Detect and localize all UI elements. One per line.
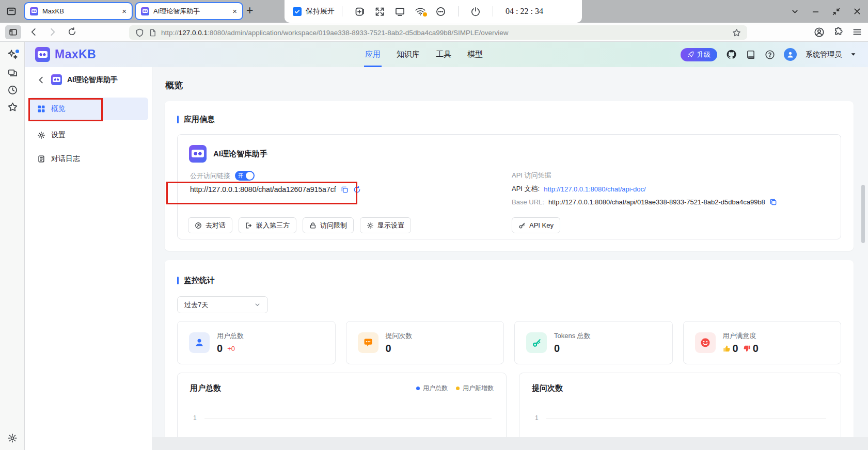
- base-url-label: Base URL:: [512, 198, 544, 206]
- restore-button[interactable]: [832, 8, 840, 15]
- chart-title: 用户总数: [190, 383, 221, 393]
- api-key-button[interactable]: API Key: [512, 217, 560, 233]
- sidebar-item-chat-logs[interactable]: 对话日志: [29, 148, 148, 170]
- checkbox-checked-icon[interactable]: [293, 7, 302, 16]
- divider: [342, 6, 342, 17]
- app-info-box: AI理论智库助手 公开访问链接 开 http://127.0.0.1:8080/…: [177, 134, 841, 239]
- menu-hamburger-icon[interactable]: [852, 27, 862, 37]
- tab-close-icon[interactable]: ×: [122, 7, 127, 15]
- notification-dot: [15, 50, 19, 53]
- maxkb-header: MaxKB 应用 知识库 工具 模型 升级 系统管理员: [25, 42, 868, 67]
- access-restriction-button[interactable]: 访问限制: [303, 217, 354, 233]
- settings-gear-icon[interactable]: [7, 433, 18, 443]
- smiley-icon: [695, 332, 716, 353]
- keep-expanded-label: 保持展开: [306, 7, 335, 16]
- chat-bubble-icon: [358, 332, 378, 353]
- display-settings-button[interactable]: 显示设置: [360, 217, 411, 233]
- fullscreen-icon[interactable]: [374, 6, 385, 17]
- wifi-icon[interactable]: [415, 6, 426, 17]
- maxkb-logo-icon: [35, 47, 50, 62]
- app-name: AI理论智库助手: [213, 149, 267, 159]
- back-button[interactable]: [28, 27, 39, 37]
- app-info-card: 应用信息 AI理论智库助手 公开访问链接 开 http://127.0.0.1:…: [165, 101, 854, 251]
- bookmark-star-icon[interactable]: [732, 28, 741, 37]
- copy-icon[interactable]: [769, 198, 777, 206]
- bookmarks-star-icon[interactable]: [7, 102, 18, 112]
- new-window-icon[interactable]: [354, 6, 365, 17]
- app-name: AI理论智库助手: [67, 75, 118, 85]
- chevron-down-icon[interactable]: [791, 8, 799, 15]
- legend-dot-total: [416, 387, 420, 390]
- page-scrollbar-thumb[interactable]: [861, 185, 865, 243]
- gear-icon: [367, 222, 374, 229]
- sidebar-item-settings[interactable]: 设置: [29, 124, 148, 147]
- delta-badge: +0: [227, 345, 235, 352]
- nav-knowledge[interactable]: 知识库: [396, 42, 421, 67]
- embed-third-party-button[interactable]: 嵌入第三方: [239, 217, 296, 233]
- upgrade-button[interactable]: 升级: [681, 48, 717, 61]
- close-button[interactable]: [854, 8, 861, 15]
- forward-button[interactable]: [48, 27, 58, 37]
- window-titlebar: MaxKB × AI理论智库助手 × + 保持展开: [0, 0, 868, 23]
- nav-models[interactable]: 模型: [466, 42, 484, 67]
- browser-tab-maxkb[interactable]: MaxKB ×: [24, 2, 133, 20]
- display-icon[interactable]: [394, 6, 405, 17]
- shield-icon[interactable]: [135, 28, 144, 37]
- rocket-icon: [687, 51, 694, 58]
- log-document-icon: [37, 155, 45, 163]
- caret-down-icon[interactable]: [850, 52, 856, 57]
- y-axis-tick: 1: [193, 414, 197, 422]
- api-credentials-label: API 访问凭据: [512, 171, 551, 180]
- public-link-toggle[interactable]: 开: [235, 171, 255, 181]
- address-bar[interactable]: http://127.0.0.1:8080/admin/application/…: [129, 25, 747, 40]
- maxkb-favicon-icon: [30, 7, 38, 15]
- tab-tray-button[interactable]: [0, 0, 23, 23]
- api-doc-link[interactable]: http://127.0.0.1:8080/chat/api-doc/: [544, 185, 645, 193]
- more-options-icon[interactable]: [435, 6, 446, 17]
- user-avatar[interactable]: [784, 48, 797, 61]
- minimize-button[interactable]: [812, 8, 819, 15]
- nav-applications[interactable]: 应用: [364, 42, 382, 67]
- divider: [458, 6, 459, 17]
- refresh-icon[interactable]: [353, 186, 361, 194]
- likes: 0: [723, 343, 738, 355]
- app-icon: [51, 74, 62, 85]
- sidebar-item-overview[interactable]: 概览: [29, 98, 148, 120]
- stat-tokens: Tokens 总数 0: [514, 321, 673, 364]
- extensions-puzzle-icon[interactable]: [833, 27, 844, 37]
- stat-satisfaction: 用户满意度 0 0: [683, 321, 842, 364]
- go-chat-button[interactable]: 去对话: [188, 217, 232, 233]
- history-clock-icon[interactable]: [7, 85, 18, 95]
- workspaces-icon[interactable]: [7, 68, 18, 78]
- chart-title: 提问次数: [532, 383, 563, 393]
- account-icon[interactable]: [814, 27, 825, 38]
- app-icon: [189, 145, 207, 163]
- browser-tab-assistant[interactable]: AI理论智库助手 ×: [135, 2, 243, 20]
- section-title: 监控统计: [184, 276, 215, 285]
- account-name[interactable]: 系统管理员: [806, 50, 842, 59]
- help-icon[interactable]: [765, 50, 775, 60]
- url-text: http://127.0.0.1:8080/admin/application/…: [161, 29, 728, 37]
- page-info-icon[interactable]: [149, 29, 156, 37]
- power-icon[interactable]: [470, 6, 481, 17]
- top-toolbar: 保持展开 04 : 22 : 34: [285, 0, 582, 23]
- keep-expanded-toggle[interactable]: 保持展开: [293, 7, 335, 16]
- new-tab-button[interactable]: +: [246, 4, 253, 18]
- legend-dot-new: [456, 387, 460, 390]
- embed-export-icon: [245, 222, 252, 229]
- tab-title: MaxKB: [42, 7, 118, 15]
- sidebar-toggle-button[interactable]: [5, 25, 21, 39]
- maxkb-logo[interactable]: MaxKB: [35, 47, 96, 62]
- docs-book-icon[interactable]: [746, 50, 756, 60]
- lock-icon: [309, 222, 317, 229]
- thumb-down-icon: [743, 345, 751, 352]
- tab-close-icon[interactable]: ×: [232, 7, 237, 15]
- public-link-url[interactable]: http://127.0.0.1:8080/chat/ada12607a915a…: [190, 185, 336, 194]
- github-icon[interactable]: [726, 49, 737, 60]
- section-accent-bar: [177, 116, 179, 123]
- nav-tools[interactable]: 工具: [435, 42, 452, 67]
- copy-icon[interactable]: [341, 186, 349, 194]
- reload-button[interactable]: [67, 27, 77, 37]
- back-arrow-icon[interactable]: [37, 75, 46, 85]
- time-range-select[interactable]: 过去7天: [177, 296, 268, 313]
